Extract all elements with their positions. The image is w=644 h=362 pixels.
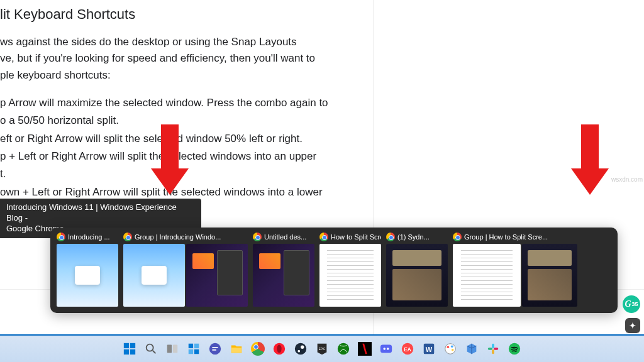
svg-rect-22 bbox=[380, 345, 392, 353]
svg-point-30 bbox=[447, 346, 450, 348]
window-thumbnail bbox=[253, 244, 314, 307]
grammarly-badge[interactable]: G35 bbox=[623, 295, 640, 313]
svg-point-23 bbox=[383, 348, 386, 350]
taskview-popup[interactable]: Introducing ...Group | Introducing Windo… bbox=[50, 228, 618, 313]
svg-point-17 bbox=[301, 346, 304, 349]
svg-point-32 bbox=[452, 349, 454, 351]
svg-rect-0 bbox=[124, 343, 129, 348]
taskview-window-5[interactable]: Group | How to Split Scre... bbox=[453, 233, 577, 307]
window-thumbnail bbox=[123, 244, 185, 307]
svg-rect-34 bbox=[488, 348, 492, 350]
svg-rect-8 bbox=[189, 344, 193, 348]
explorer-icon[interactable] bbox=[228, 340, 245, 358]
svg-point-15 bbox=[277, 345, 281, 353]
window-thumbnail bbox=[522, 244, 577, 307]
taskview-window-label: How to Split Scree... bbox=[331, 233, 381, 241]
ea-icon[interactable]: EA bbox=[399, 340, 416, 358]
annotation-arrow-left bbox=[151, 124, 189, 200]
chrome-icon bbox=[319, 233, 328, 241]
svg-point-16 bbox=[295, 343, 306, 354]
annotation-arrow-right bbox=[571, 124, 609, 200]
taskview-window-label: Group | How to Split Scre... bbox=[464, 233, 548, 241]
taskview-window-0[interactable]: Introducing ... bbox=[57, 233, 118, 307]
taskview-window-2[interactable]: Untitled des... bbox=[253, 233, 314, 307]
svg-line-5 bbox=[153, 351, 156, 354]
svg-text:EA: EA bbox=[404, 347, 411, 353]
taskview-window-label: Group | Introducing Windo... bbox=[135, 233, 221, 241]
svg-point-4 bbox=[147, 344, 153, 351]
window-thumbnail bbox=[453, 244, 521, 307]
svg-point-29 bbox=[445, 344, 456, 354]
chrome-icon bbox=[453, 233, 462, 241]
svg-rect-33 bbox=[492, 344, 494, 348]
article-paragraph: ws against the sides do the desktop or u… bbox=[0, 34, 365, 84]
ai-sparkle-button[interactable]: ✦ bbox=[625, 318, 640, 333]
chrome-icon bbox=[253, 233, 262, 241]
start-icon[interactable] bbox=[121, 340, 138, 358]
taskview-window-label: (1) Sydn... bbox=[397, 233, 430, 241]
widgets-icon[interactable] bbox=[185, 340, 203, 358]
svg-rect-11 bbox=[194, 349, 199, 354]
svg-text:EPIC: EPIC bbox=[319, 348, 326, 351]
paint-icon[interactable] bbox=[441, 340, 459, 358]
word-icon[interactable]: W bbox=[420, 340, 438, 358]
watermark: wsxdn.com bbox=[611, 176, 643, 183]
chrome-icon bbox=[386, 233, 395, 241]
svg-rect-36 bbox=[494, 348, 498, 350]
svg-point-31 bbox=[451, 346, 453, 348]
svg-rect-13 bbox=[231, 348, 242, 353]
svg-rect-3 bbox=[130, 349, 135, 354]
chrome-icon[interactable] bbox=[249, 340, 267, 358]
taskbar[interactable]: EPICEAW bbox=[0, 334, 644, 362]
svg-rect-35 bbox=[492, 349, 494, 354]
window-thumbnail bbox=[57, 244, 118, 307]
window-thumbnail bbox=[386, 244, 448, 307]
search-icon[interactable] bbox=[142, 340, 160, 358]
svg-rect-1 bbox=[130, 343, 135, 348]
taskview-window-label: Untitled des... bbox=[264, 233, 306, 241]
steam-icon[interactable] bbox=[292, 340, 309, 358]
opera-icon[interactable] bbox=[270, 340, 288, 358]
svg-rect-10 bbox=[189, 349, 193, 354]
taskview-window-4[interactable]: (1) Sydn... bbox=[386, 233, 448, 307]
svg-point-12 bbox=[209, 343, 221, 354]
svg-rect-9 bbox=[194, 344, 199, 348]
svg-text:W: W bbox=[426, 346, 433, 353]
window-thumbnail bbox=[186, 244, 248, 307]
spotify-icon[interactable] bbox=[506, 340, 523, 358]
svg-rect-2 bbox=[124, 349, 129, 354]
epic-icon[interactable]: EPIC bbox=[313, 340, 331, 358]
3d-icon[interactable] bbox=[463, 340, 480, 358]
svg-point-18 bbox=[297, 350, 300, 353]
netflix-icon[interactable] bbox=[356, 340, 374, 358]
taskview-window-1[interactable]: Group | Introducing Windo... bbox=[123, 233, 248, 307]
svg-point-20 bbox=[338, 343, 349, 354]
discord-icon[interactable] bbox=[377, 340, 395, 358]
taskview-window-3[interactable]: How to Split Scree... bbox=[319, 233, 381, 307]
chrome-icon bbox=[123, 233, 132, 241]
article-heading: lit Keyboard Shortcuts bbox=[0, 6, 365, 23]
chrome-icon bbox=[57, 233, 65, 241]
slack-icon[interactable] bbox=[484, 340, 502, 358]
svg-rect-7 bbox=[173, 345, 177, 353]
svg-rect-6 bbox=[167, 345, 172, 353]
taskview-window-label: Introducing ... bbox=[68, 233, 110, 241]
window-thumbnail bbox=[319, 244, 381, 307]
chat-icon[interactable] bbox=[206, 340, 224, 358]
xbox-icon[interactable] bbox=[335, 340, 352, 358]
taskview-icon[interactable] bbox=[164, 340, 181, 358]
svg-point-24 bbox=[387, 348, 389, 350]
